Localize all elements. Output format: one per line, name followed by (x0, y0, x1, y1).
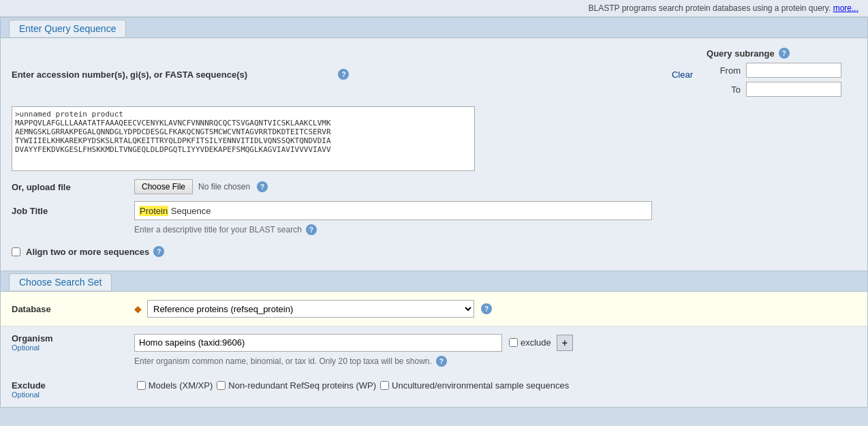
organism-hint-help-icon[interactable]: ? (436, 356, 447, 367)
exclude-row: Exclude Optional Models (XM/XP) Non-redu… (1, 375, 867, 407)
from-input[interactable] (746, 63, 841, 78)
align-help-icon[interactable]: ? (153, 246, 164, 257)
database-label: Database (12, 304, 134, 314)
organism-hint: Enter organism common name, binomial, or… (134, 356, 856, 367)
organism-row: Organism Optional exclude + Enter organi… (1, 326, 867, 375)
query-help-icon[interactable]: ? (338, 69, 349, 80)
align-row: Align two or more sequences ? (12, 242, 856, 261)
sequence-textarea[interactable] (12, 106, 475, 171)
add-organism-button[interactable]: + (557, 335, 573, 351)
organism-label-text: Organism (12, 333, 53, 344)
organism-optional-text: Optional (12, 344, 134, 352)
exclude-wp-checkbox[interactable] (217, 381, 226, 390)
enter-query-body: Enter accession number(s), gi(s), or FAS… (1, 38, 867, 271)
to-input[interactable] (746, 82, 841, 97)
job-title-label: Job Title (12, 206, 134, 216)
description-text: BLASTP programs search protein databases… (589, 3, 831, 13)
from-row: From (707, 63, 841, 78)
database-help-icon[interactable]: ? (481, 303, 492, 314)
choose-file-button[interactable]: Choose File (134, 179, 193, 194)
enter-query-tab: Enter Query Sequence (9, 20, 126, 37)
subrange-help-icon[interactable]: ? (779, 48, 790, 59)
align-checkbox[interactable] (12, 247, 20, 256)
top-description-bar: BLASTP programs search protein databases… (0, 0, 868, 17)
upload-help-icon[interactable]: ? (257, 181, 268, 192)
sequence-area-row (12, 106, 856, 171)
exclude-uncultured-label: Uncultured/environmental sample sequence… (392, 380, 569, 391)
job-title-display[interactable]: Protein Sequence (134, 201, 652, 220)
no-file-text: No file chosen (198, 182, 250, 192)
db-diamond-icon: ◆ (134, 303, 142, 314)
organism-top: Organism Optional exclude + (12, 333, 856, 352)
exclude-option-2: Uncultured/environmental sample sequence… (380, 380, 569, 391)
database-row: Database ◆ Reference proteins (refseq_pr… (1, 292, 867, 326)
exclude-options: Models (XM/XP) Non-redundant RefSeq prot… (137, 380, 570, 391)
to-row: To (707, 82, 841, 97)
exclude-label-text: exclude (521, 337, 551, 348)
job-title-plain-word2: Sequence (171, 206, 211, 216)
choose-search-set-tab: Choose Search Set (9, 273, 112, 290)
upload-row: Or, upload file Choose File No file chos… (12, 179, 856, 194)
exclude-models-label: Models (XM/XP) (149, 380, 213, 391)
subrange-title: Query subrange ? (707, 48, 790, 59)
exclude-optional-text: Optional (12, 391, 134, 399)
exclude-option-0: Models (XM/XP) (137, 380, 213, 391)
exclude-wp-label: Non-redundant RefSeq proteins (WP) (228, 380, 376, 391)
from-label: From (707, 65, 741, 76)
enter-query-header-bar: Enter Query Sequence (1, 18, 867, 38)
job-title-highlight-word: Protein (139, 206, 168, 216)
exclude-option-1: Non-redundant RefSeq proteins (WP) (217, 380, 376, 391)
search-set-header-bar: Choose Search Set (1, 271, 867, 292)
query-field-label: Enter accession number(s), gi(s), or FAS… (12, 70, 334, 80)
organism-input[interactable] (134, 334, 502, 352)
upload-label: Or, upload file (12, 182, 134, 192)
align-label: Align two or more sequences (26, 247, 149, 257)
query-subrange: Query subrange ? From To (707, 48, 856, 101)
job-title-row: Job Title Protein Sequence (12, 201, 856, 220)
exclude-checkbox-label: exclude (509, 337, 551, 348)
to-label: To (707, 85, 741, 95)
job-title-hint: Enter a descriptive title for your BLAST… (134, 224, 856, 235)
exclude-label-block: Exclude Optional (12, 380, 134, 399)
exclude-organism-checkbox[interactable] (509, 338, 518, 347)
clear-link[interactable]: Clear (672, 70, 693, 80)
exclude-models-checkbox[interactable] (137, 381, 146, 390)
enter-query-panel: Enter Query Sequence Enter accession num… (0, 17, 868, 271)
exclude-main-label: Exclude (12, 380, 46, 391)
organism-label-block: Organism Optional (12, 333, 134, 352)
query-header: Enter accession number(s), gi(s), or FAS… (12, 48, 856, 101)
job-title-help-icon[interactable]: ? (306, 224, 317, 235)
database-select[interactable]: Reference proteins (refseq_protein) Non-… (147, 300, 474, 318)
more-link[interactable]: more... (833, 3, 858, 13)
exclude-uncultured-checkbox[interactable] (380, 381, 389, 390)
choose-search-set-panel: Choose Search Set Database ◆ Reference p… (0, 271, 868, 408)
